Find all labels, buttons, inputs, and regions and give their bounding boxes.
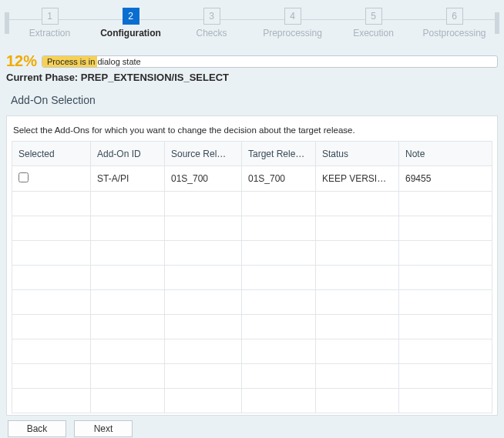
table-header-row: Selected Add-On ID Source Rel… Target Re… xyxy=(12,142,492,166)
empty-cell xyxy=(399,339,492,364)
progress-status-text: Process is in dialog state xyxy=(47,56,141,67)
progress-bar: Process is in dialog state xyxy=(42,55,498,68)
addon-selection-panel: Select the Add-Ons for which you want to… xyxy=(6,115,498,416)
step-checks[interactable]: 3 Checks xyxy=(171,8,252,38)
step-configuration[interactable]: 2 Configuration xyxy=(90,8,171,38)
col-header-selected[interactable]: Selected xyxy=(12,142,91,166)
progress-percent: 12% xyxy=(6,52,37,70)
empty-cell xyxy=(316,315,399,339)
empty-cell xyxy=(91,192,165,216)
empty-cell xyxy=(12,216,91,241)
step-number: 2 xyxy=(123,8,139,25)
step-execution[interactable]: 5 Execution xyxy=(333,8,414,38)
col-header-source-rel[interactable]: Source Rel… xyxy=(165,142,242,166)
empty-cell xyxy=(165,241,242,266)
next-button[interactable]: Next xyxy=(74,420,133,437)
col-header-status[interactable]: Status xyxy=(316,142,399,166)
empty-cell xyxy=(12,290,91,315)
empty-cell xyxy=(316,192,399,216)
empty-cell xyxy=(165,315,242,339)
back-button[interactable]: Back xyxy=(8,420,66,437)
empty-cell xyxy=(12,315,91,339)
empty-cell xyxy=(242,216,316,241)
empty-cell xyxy=(91,241,165,266)
step-number: 4 xyxy=(284,8,301,25)
empty-cell xyxy=(399,192,492,216)
cell-note: 69455 xyxy=(399,166,492,192)
col-header-note[interactable]: Note xyxy=(399,142,492,166)
empty-cell xyxy=(399,315,492,339)
empty-cell xyxy=(242,364,316,389)
cell-source-rel: 01S_700 xyxy=(165,166,242,192)
step-label: Preprocessing xyxy=(252,28,333,38)
empty-cell xyxy=(12,389,91,413)
table-row-empty xyxy=(12,266,492,290)
step-label: Configuration xyxy=(90,28,171,38)
empty-cell xyxy=(91,216,165,241)
empty-cell xyxy=(165,339,242,364)
table-row-empty xyxy=(12,315,492,339)
empty-cell xyxy=(165,266,242,290)
col-header-addon-id[interactable]: Add-On ID xyxy=(91,142,165,166)
select-checkbox[interactable] xyxy=(18,172,29,182)
table-row[interactable]: ST-A/PI 01S_700 01S_700 KEEP VERSI… 6945… xyxy=(12,166,492,192)
table-row-empty xyxy=(12,389,492,413)
empty-cell xyxy=(242,192,316,216)
cell-selected[interactable] xyxy=(12,166,91,192)
empty-cell xyxy=(399,389,492,413)
cell-status: KEEP VERSI… xyxy=(316,166,399,192)
empty-cell xyxy=(316,339,399,364)
empty-cell xyxy=(399,216,492,241)
empty-cell xyxy=(242,315,316,339)
table-row-empty xyxy=(12,192,492,216)
empty-cell xyxy=(316,389,399,413)
empty-cell xyxy=(91,389,165,413)
empty-cell xyxy=(12,339,91,364)
step-number: 6 xyxy=(446,8,463,25)
step-extraction[interactable]: 1 Extraction xyxy=(9,8,90,38)
empty-cell xyxy=(165,216,242,241)
step-label: Extraction xyxy=(9,28,90,38)
step-label: Checks xyxy=(171,28,252,38)
table-row-empty xyxy=(12,290,492,315)
cell-addon-id: ST-A/PI xyxy=(91,166,165,192)
empty-cell xyxy=(316,266,399,290)
addon-table: Selected Add-On ID Source Rel… Target Re… xyxy=(12,141,492,413)
step-number: 1 xyxy=(42,8,59,25)
empty-cell xyxy=(12,192,91,216)
empty-cell xyxy=(242,339,316,364)
step-postprocessing[interactable]: 6 Postprocessing xyxy=(414,8,495,38)
empty-cell xyxy=(165,364,242,389)
col-header-target-rel[interactable]: Target Rele… xyxy=(242,142,316,166)
empty-cell xyxy=(91,364,165,389)
empty-cell xyxy=(399,241,492,266)
empty-cell xyxy=(399,364,492,389)
empty-cell xyxy=(91,339,165,364)
step-number: 3 xyxy=(203,8,220,25)
empty-cell xyxy=(91,266,165,290)
table-row-empty xyxy=(12,216,492,241)
section-title: Add-On Selection xyxy=(0,89,504,115)
step-label: Execution xyxy=(333,28,414,38)
empty-cell xyxy=(165,290,242,315)
current-phase: Current Phase: PREP_EXTENSION/IS_SELECT xyxy=(0,70,504,89)
step-label: Postprocessing xyxy=(414,28,495,38)
empty-cell xyxy=(12,364,91,389)
empty-cell xyxy=(12,266,91,290)
empty-cell xyxy=(316,364,399,389)
empty-cell xyxy=(91,290,165,315)
empty-cell xyxy=(399,266,492,290)
wizard-stepper: 1 Extraction 2 Configuration 3 Checks 4 … xyxy=(0,0,504,52)
empty-cell xyxy=(399,290,492,315)
panel-hint: Select the Add-Ons for which you want to… xyxy=(12,122,492,141)
empty-cell xyxy=(242,290,316,315)
empty-cell xyxy=(242,241,316,266)
stepper-edge-right xyxy=(495,12,499,34)
footer-buttons: Back Next xyxy=(8,420,133,437)
step-number: 5 xyxy=(365,8,382,25)
empty-cell xyxy=(316,241,399,266)
empty-cell xyxy=(91,315,165,339)
step-preprocessing[interactable]: 4 Preprocessing xyxy=(252,8,333,38)
empty-cell xyxy=(316,216,399,241)
table-row-empty xyxy=(12,339,492,364)
